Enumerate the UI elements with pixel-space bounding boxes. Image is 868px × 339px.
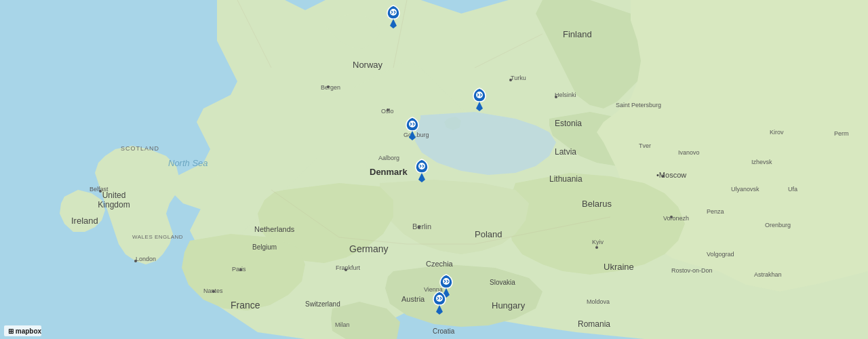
label-wales-england: WALES ENGLAND: [132, 234, 183, 240]
label-croatia: Croatia: [433, 327, 455, 335]
label-spb: Saint Petersburg: [616, 102, 661, 108]
label-voronezh: Voronezh: [663, 215, 689, 222]
label-oslo: Oslo: [381, 108, 394, 115]
mapbox-logo-text: ⊞ mapbox: [8, 327, 42, 335]
label-orenburg: Orenburg: [765, 222, 791, 228]
label-finland: Finland: [563, 29, 592, 39]
label-volgograd: Volgograd: [707, 251, 734, 258]
label-lithuania: Lithuania: [549, 174, 583, 184]
label-poland: Poland: [475, 229, 502, 239]
label-netherlands: Netherlands: [254, 225, 295, 233]
label-belfast: Belfast: [90, 186, 108, 193]
label-nantes: Nantes: [203, 287, 223, 294]
label-moscow: •Moscow: [656, 171, 686, 179]
label-romania: Romania: [578, 319, 610, 329]
label-ulyanovsk: Ulyanovsk: [731, 186, 760, 193]
label-hungary: Hungary: [492, 300, 526, 311]
label-kyiv: Kyiv: [592, 239, 604, 245]
label-gothenburg: Go...burg: [403, 132, 429, 138]
label-uk2: Kingdom: [98, 200, 130, 210]
label-astrakhan: Astrakhan: [754, 271, 782, 278]
label-izhevsk: Izhevsk: [751, 159, 772, 165]
label-ukraine: Ukraine: [604, 262, 634, 272]
label-bergen: Bergen: [321, 84, 340, 91]
label-frankfurt: Frankfurt: [336, 264, 361, 271]
label-paris: Paris: [232, 266, 246, 273]
label-slovakia: Slovakia: [490, 279, 515, 286]
label-belgium: Belgium: [252, 243, 277, 251]
label-scotland: SCOTLAND: [121, 145, 159, 152]
label-germany: Germany: [349, 243, 389, 254]
label-helsinki: Helsinki: [555, 92, 576, 98]
label-ivanovo: Ivanovo: [678, 149, 700, 156]
label-tver: Tver: [639, 142, 651, 149]
label-aalborg: Aalborg: [378, 155, 399, 161]
label-penza: Penza: [707, 208, 724, 215]
label-denmark: Denmark: [370, 167, 408, 177]
label-perm: Perm: [834, 130, 849, 137]
label-france: France: [231, 300, 260, 311]
label-kirov: Kirov: [770, 129, 784, 136]
label-czechia: Czechia: [426, 260, 454, 268]
label-north-sea: North Sea: [168, 158, 208, 168]
label-belarus: Belarus: [582, 199, 612, 209]
label-moldova: Moldova: [587, 298, 610, 305]
label-ireland: Ireland: [71, 216, 98, 226]
map-container[interactable]: Finland Norway Bergen Oslo Turku Helsink…: [0, 0, 868, 339]
label-austria: Austria: [401, 295, 425, 303]
label-turku: Turku: [511, 75, 526, 81]
label-norway: Norway: [353, 60, 383, 70]
map-svg: Finland Norway Bergen Oslo Turku Helsink…: [0, 0, 868, 339]
label-switzerland: Switzerland: [305, 300, 340, 308]
label-ufa: Ufa: [788, 186, 797, 193]
label-london: London: [136, 256, 156, 262]
label-berlin: Berlin: [412, 222, 431, 231]
svg-point-19: [595, 246, 598, 249]
label-latvia: Latvia: [555, 147, 576, 157]
label-milan: Milan: [335, 321, 350, 328]
label-rostov: Rostov-on-Don: [671, 267, 713, 274]
label-estonia: Estonia: [555, 119, 582, 128]
